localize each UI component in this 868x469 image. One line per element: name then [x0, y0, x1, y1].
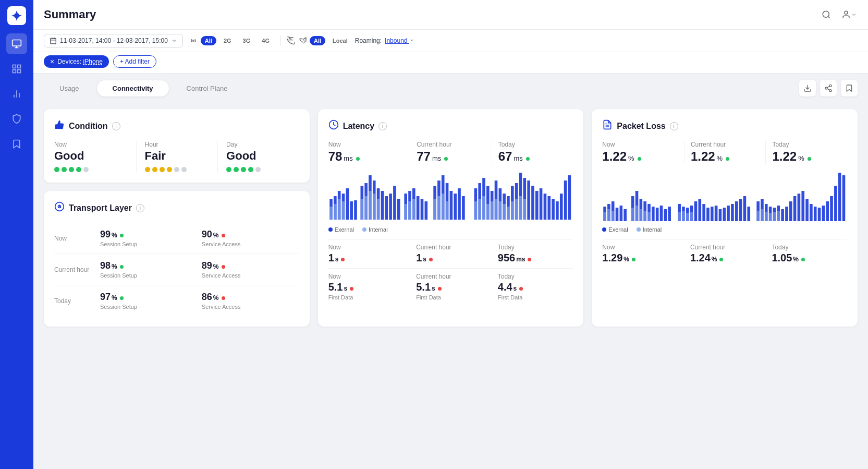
tab-usage[interactable]: Usage: [44, 80, 95, 97]
svg-rect-102: [486, 204, 490, 220]
tab-control-plane[interactable]: Control Plane: [171, 80, 243, 97]
latency-chart-svg: [328, 170, 573, 222]
save-view-button[interactable]: [841, 80, 858, 97]
tab-actions: [799, 80, 858, 97]
sidebar-item-bookmark[interactable]: [6, 134, 27, 154]
latency-sub-today-val-2: 4.4 s: [498, 281, 567, 293]
svg-rect-67: [449, 191, 453, 220]
tl-now-session: 99 % Session Setup: [100, 229, 198, 247]
network-2g-badge[interactable]: 2G: [219, 36, 236, 45]
signal-icon: [189, 37, 198, 45]
tab-connectivity[interactable]: Connectivity: [97, 80, 169, 97]
svg-rect-74: [445, 201, 448, 220]
svg-rect-155: [748, 207, 751, 221]
svg-rect-119: [624, 209, 627, 221]
pl-sub-hour-period: Current hour: [690, 244, 760, 251]
pl-sub-now-val: 1.29 %: [602, 252, 678, 264]
pl-legend-external-label: Exernal: [608, 226, 628, 233]
condition-now-value: Good: [54, 149, 128, 163]
transport-layer-card: Transport Layer i Now 99 %: [44, 191, 310, 327]
tl-hour-session-val: 98: [100, 260, 111, 271]
network-all-badge[interactable]: All: [201, 36, 216, 45]
network-4g-badge[interactable]: 4G: [258, 36, 274, 45]
device-filter-chip[interactable]: × Devices: iPhone: [44, 55, 109, 68]
svg-rect-136: [644, 211, 647, 221]
sidebar-item-chart[interactable]: [6, 83, 27, 104]
svg-rect-14: [51, 38, 56, 44]
roaming-value[interactable]: Inbound: [385, 37, 414, 44]
svg-rect-105: [498, 201, 502, 220]
svg-rect-70: [462, 196, 465, 220]
tl-today-session-label: Session Setup: [100, 304, 198, 310]
export-button[interactable]: [799, 80, 816, 97]
svg-rect-184: [765, 212, 768, 221]
pl-external-legend: Exernal: [602, 226, 628, 233]
latency-sub-today-val-1: 956 ms: [498, 252, 567, 264]
travel-all-badge[interactable]: All: [310, 36, 325, 45]
user-menu-button[interactable]: [841, 6, 858, 23]
date-range-picker[interactable]: 11-03-2017, 14:00 - 12-03-2017, 15:00: [44, 34, 183, 47]
svg-rect-175: [818, 208, 821, 221]
transport-icon: [54, 201, 65, 214]
sidebar-item-monitor[interactable]: [6, 33, 27, 54]
tl-today-session-val: 97: [100, 292, 111, 303]
travel-filter-group: All Local Roaming: Inbound: [287, 36, 414, 45]
packet-loss-icon: [602, 119, 613, 133]
share-button[interactable]: [820, 80, 837, 97]
condition-info-icon[interactable]: i: [112, 122, 120, 130]
legend-external-dot: [328, 227, 333, 232]
latency-now-dot: [356, 157, 360, 161]
dot: [234, 167, 239, 172]
svg-rect-61: [408, 201, 411, 220]
dot: [438, 287, 442, 291]
pl-hour: Current hour 1.22 %: [684, 141, 766, 164]
dot: [160, 167, 165, 172]
condition-hour-dots: [145, 167, 210, 172]
svg-rect-49: [360, 199, 363, 220]
network-3g-badge[interactable]: 3G: [239, 36, 255, 45]
dot: [226, 167, 231, 172]
svg-rect-104: [494, 199, 497, 220]
svg-rect-177: [826, 201, 829, 221]
add-filter-button[interactable]: + Add filter: [113, 55, 156, 68]
svg-rect-144: [703, 204, 706, 221]
svg-rect-101: [482, 196, 485, 220]
svg-rect-121: [607, 209, 610, 221]
packet-loss-chart-svg: [602, 170, 847, 222]
search-button[interactable]: [818, 6, 835, 23]
svg-rect-57: [417, 196, 420, 220]
pl-today-dot: [808, 157, 811, 161]
latency-title: Latency: [343, 122, 374, 131]
dot: [341, 258, 345, 261]
tl-row-now: Now 99 % Session Setup: [54, 223, 299, 254]
svg-rect-173: [810, 204, 813, 221]
tl-hour-session-dot: [120, 265, 124, 269]
pl-sub-hour: Current hour 1.24 %: [684, 244, 766, 264]
svg-rect-109: [515, 199, 518, 220]
svg-rect-38: [341, 201, 345, 220]
svg-rect-183: [761, 209, 764, 221]
transport-info-icon[interactable]: i: [136, 204, 144, 212]
sidebar-item-grid[interactable]: [6, 58, 27, 79]
tl-today-session: 97 % Session Setup: [100, 292, 198, 310]
latency-internal-legend: Internal: [362, 226, 388, 233]
pl-sub-now: Now 1.29 %: [602, 244, 684, 264]
packet-loss-card: Packet Loss i Now 1.22 %: [592, 109, 858, 327]
packet-loss-chart: [602, 170, 847, 222]
app-logo[interactable]: [7, 6, 26, 25]
sidebar-item-security[interactable]: [6, 109, 27, 129]
condition-day-dots: [226, 167, 291, 172]
packet-loss-info-icon[interactable]: i: [670, 122, 678, 130]
latency-today-val: 67 ms: [498, 149, 567, 164]
svg-rect-158: [686, 213, 689, 221]
svg-line-23: [827, 89, 830, 90]
filter-remove-button[interactable]: ×: [50, 57, 54, 66]
svg-point-0: [14, 13, 19, 18]
svg-rect-182: [757, 211, 760, 221]
page-title: Summary: [44, 8, 96, 21]
latency-info-icon[interactable]: i: [378, 122, 387, 130]
travel-local-badge[interactable]: Local: [328, 36, 352, 45]
svg-rect-51: [369, 191, 372, 220]
latency-sub-hour-val-2: 5.1 s: [416, 281, 485, 293]
svg-rect-154: [743, 196, 747, 221]
